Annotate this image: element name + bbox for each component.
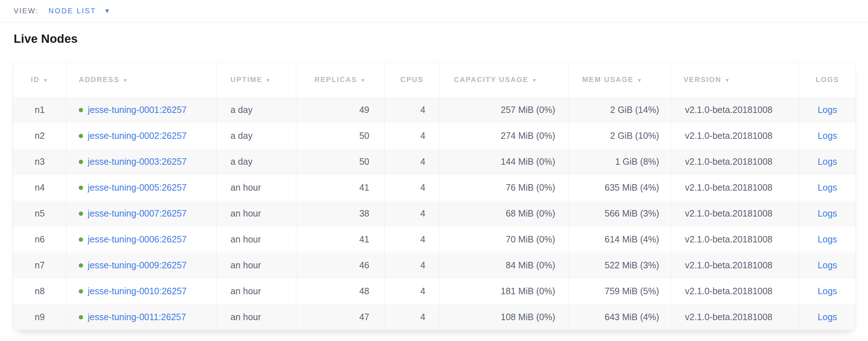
- logs-link[interactable]: Logs: [818, 312, 837, 322]
- address-link[interactable]: jesse-tuning-0003:26257: [88, 156, 187, 167]
- cell-cpus: 4: [385, 227, 439, 253]
- cell-capacity-usage: 68 MiB (0%): [439, 201, 568, 227]
- view-selector-dropdown[interactable]: NODE LIST ▼: [49, 7, 110, 15]
- cell-uptime: an hour: [217, 253, 296, 278]
- node-live-status-dot-icon: [79, 263, 83, 268]
- cell-address: jesse-tuning-0007:26257: [67, 201, 217, 227]
- logs-link[interactable]: Logs: [818, 131, 837, 141]
- cell-cpus: 4: [385, 253, 439, 278]
- address-link[interactable]: jesse-tuning-0001:26257: [88, 105, 187, 115]
- cell-uptime: a day: [217, 97, 296, 123]
- logs-link[interactable]: Logs: [818, 105, 837, 115]
- address-link[interactable]: jesse-tuning-0005:26257: [88, 182, 187, 192]
- column-header[interactable]: MEM USAGE▼: [568, 62, 672, 97]
- cell-replicas: 49: [296, 97, 385, 123]
- cell-uptime: a day: [217, 123, 296, 149]
- cell-logs: Logs: [799, 304, 856, 330]
- address-link[interactable]: jesse-tuning-0011:26257: [88, 312, 186, 322]
- sort-desc-icon: ▼: [725, 77, 730, 83]
- cell-node-id: n1: [13, 97, 67, 123]
- cell-capacity-usage: 84 MiB (0%): [439, 253, 568, 278]
- column-header: LOGS: [799, 62, 856, 97]
- node-live-status-dot-icon: [79, 212, 83, 216]
- node-live-status-dot-icon: [79, 186, 83, 190]
- live-nodes-table: ID▼ ADDRESS▼ UPTIME▼ REPLICAS▼ CPUS CAPA…: [13, 62, 856, 330]
- table-header-row: ID▼ ADDRESS▼ UPTIME▼ REPLICAS▼ CPUS CAPA…: [13, 62, 856, 97]
- node-table-row: n4 jesse-tuning-0005:26257 an hour 41 4 …: [13, 175, 856, 201]
- cell-logs: Logs: [799, 175, 856, 201]
- column-header[interactable]: REPLICAS▼: [296, 62, 385, 97]
- column-header[interactable]: CAPACITY USAGE▼: [439, 62, 568, 97]
- cell-uptime: an hour: [217, 175, 296, 201]
- view-bar: VIEW: NODE LIST ▼: [0, 0, 868, 22]
- cell-address: jesse-tuning-0005:26257: [67, 175, 217, 201]
- cell-node-id: n2: [13, 123, 67, 149]
- node-table-row: n2 jesse-tuning-0002:26257 a day 50 4 27…: [13, 123, 856, 149]
- column-header-label: LOGS: [816, 76, 839, 83]
- cell-node-id: n3: [13, 149, 67, 175]
- cell-logs: Logs: [799, 149, 856, 175]
- logs-link[interactable]: Logs: [818, 286, 837, 296]
- cell-version: v2.1.0-beta.20181008: [672, 123, 799, 149]
- cell-uptime: an hour: [217, 201, 296, 227]
- sort-desc-icon: ▼: [360, 77, 366, 83]
- cell-cpus: 4: [385, 304, 439, 330]
- logs-link[interactable]: Logs: [818, 182, 837, 192]
- column-header-label: ADDRESS: [79, 76, 119, 83]
- node-live-status-dot-icon: [79, 237, 83, 242]
- node-live-status-dot-icon: [79, 289, 83, 294]
- column-header[interactable]: ADDRESS▼: [67, 62, 217, 97]
- cell-mem-usage: 566 MiB (3%): [568, 201, 672, 227]
- node-table-row: n1 jesse-tuning-0001:26257 a day 49 4 25…: [13, 97, 856, 123]
- cell-node-id: n6: [13, 227, 67, 253]
- logs-link[interactable]: Logs: [818, 234, 837, 244]
- cell-capacity-usage: 108 MiB (0%): [439, 304, 568, 330]
- cell-mem-usage: 759 MiB (5%): [568, 278, 672, 304]
- cell-address: jesse-tuning-0010:26257: [67, 278, 217, 304]
- cell-uptime: an hour: [217, 278, 296, 304]
- view-selected-value: NODE LIST: [49, 7, 96, 15]
- cell-version: v2.1.0-beta.20181008: [672, 253, 799, 278]
- address-link[interactable]: jesse-tuning-0007:26257: [88, 208, 187, 218]
- cell-uptime: an hour: [217, 304, 296, 330]
- logs-link[interactable]: Logs: [818, 156, 837, 167]
- node-live-status-dot-icon: [79, 134, 83, 138]
- column-header-label: VERSION: [684, 76, 721, 83]
- cell-address: jesse-tuning-0011:26257: [67, 304, 217, 330]
- cell-version: v2.1.0-beta.20181008: [672, 149, 799, 175]
- column-header-label: CPUS: [400, 76, 423, 83]
- sort-desc-icon: ▼: [123, 77, 128, 83]
- cell-replicas: 50: [296, 149, 385, 175]
- cell-address: jesse-tuning-0009:26257: [67, 253, 217, 278]
- cell-cpus: 4: [385, 175, 439, 201]
- node-table-row: n9 jesse-tuning-0011:26257 an hour 47 4 …: [13, 304, 856, 330]
- column-header-label: REPLICAS: [315, 76, 357, 83]
- cell-capacity-usage: 257 MiB (0%): [439, 97, 568, 123]
- cell-address: jesse-tuning-0001:26257: [67, 97, 217, 123]
- cell-replicas: 41: [296, 227, 385, 253]
- address-link[interactable]: jesse-tuning-0002:26257: [88, 131, 187, 141]
- cell-logs: Logs: [799, 201, 856, 227]
- column-header-label: UPTIME: [230, 76, 262, 83]
- column-header[interactable]: UPTIME▼: [217, 62, 296, 97]
- cell-mem-usage: 635 MiB (4%): [568, 175, 672, 201]
- node-table-row: n8 jesse-tuning-0010:26257 an hour 48 4 …: [13, 278, 856, 304]
- column-header-label: CAPACITY USAGE: [454, 76, 529, 83]
- address-link[interactable]: jesse-tuning-0010:26257: [88, 286, 187, 296]
- cell-cpus: 4: [385, 201, 439, 227]
- view-label: VIEW:: [14, 7, 38, 15]
- address-link[interactable]: jesse-tuning-0009:26257: [88, 260, 187, 270]
- cell-capacity-usage: 70 MiB (0%): [439, 227, 568, 253]
- cell-node-id: n4: [13, 175, 67, 201]
- column-header[interactable]: ID▼: [13, 62, 67, 97]
- node-live-status-dot-icon: [79, 108, 83, 112]
- column-header[interactable]: VERSION▼: [672, 62, 799, 97]
- node-live-status-dot-icon: [79, 160, 83, 164]
- cell-version: v2.1.0-beta.20181008: [672, 97, 799, 123]
- logs-link[interactable]: Logs: [818, 208, 837, 218]
- address-link[interactable]: jesse-tuning-0006:26257: [88, 234, 187, 244]
- cell-logs: Logs: [799, 227, 856, 253]
- cell-node-id: n9: [13, 304, 67, 330]
- cell-replicas: 50: [296, 123, 385, 149]
- logs-link[interactable]: Logs: [818, 260, 837, 270]
